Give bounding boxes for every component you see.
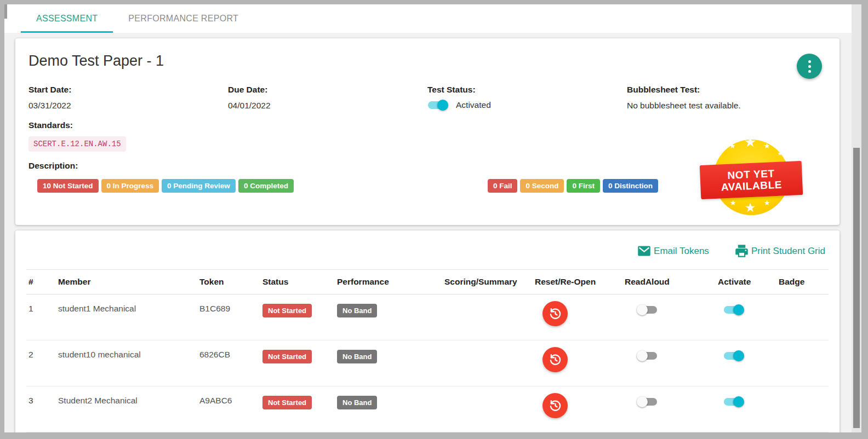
status-badge: Not Started [262,396,312,409]
table-row: 3 Student2 Mechanical A9ABC6 Not Started… [26,386,829,432]
reset-icon [548,307,563,321]
print-student-grid-link[interactable]: Print Student Grid [734,244,825,258]
reset-icon [548,353,563,367]
bubblesheet-value: No bubblesheet test available. [627,101,826,111]
token-value: B1C689 [197,294,260,340]
not-yet-available-stamp: ★ ★ ★ ★ ★ ★ ★ ★ ★ ★ NOT YET AVAILABLE [703,137,800,217]
token-value: 6826CB [197,340,260,386]
due-date-field: Due Date: 04/01/2022 [228,85,427,111]
app-viewport: ASSESSMENT PERFORMANCE REPORT Demo Test … [4,4,852,432]
performance-badge: No Band [337,396,377,409]
summary-badge: 0 Pending Review [162,179,236,193]
summary-badge: 10 Not Started [37,179,99,193]
column-header: Scoring/Summary [442,270,533,294]
star-icon: ★ [764,142,770,149]
toggle-thumb [733,350,744,361]
table-header-row: #MemberTokenStatusPerformanceScoring/Sum… [26,270,829,294]
star-icon: ★ [744,135,756,149]
table-row: 2 student10 mechanical 6826CB Not Starte… [26,340,829,386]
toggle-thumb [637,350,648,361]
performance-badge: No Band [337,304,377,317]
tab-performance-report[interactable]: PERFORMANCE REPORT [113,4,254,33]
member-name: student10 mechanical [56,340,197,386]
member-name: student1 Mechanical [56,294,197,340]
start-date-label: Start Date: [28,85,228,95]
reset-reopen-button[interactable] [542,393,568,418]
star-icon: ★ [729,142,736,149]
member-name: Student2 Mechanical [56,386,197,432]
reset-reopen-button[interactable] [542,301,568,326]
due-date-label: Due Date: [228,85,427,95]
grid-actions: Email Tokens Print Student Grid [26,238,829,269]
student-table: #MemberTokenStatusPerformanceScoring/Sum… [26,269,829,432]
print-student-grid-label: Print Student Grid [751,246,825,257]
summary-badge: 0 In Progress [101,179,159,193]
summary-badge: 0 First [567,179,600,193]
grade-badge-group: 0 Fail0 Second0 First0 Distinction [488,179,661,193]
scoring-summary-cell [442,386,533,432]
kebab-menu-icon [808,60,811,73]
star-icon: ★ [730,199,736,206]
bubblesheet-label: Bubblesheet Test: [627,85,826,95]
email-icon [637,244,652,258]
column-header: Badge [776,270,829,294]
column-header: Reset/Re-Open [533,270,623,294]
stamp-line-2: AVAILABLE [721,179,782,193]
reset-icon [548,398,563,413]
column-header: Token [197,270,260,294]
tab-assessment[interactable]: ASSESSMENT [21,4,113,33]
activate-toggle[interactable] [723,396,744,407]
table-row: 1 student1 Mechanical B1C689 Not Started… [26,294,829,340]
toggle-thumb [733,396,744,407]
column-header: Activate [716,270,776,294]
assessment-fields: Start Date: 03/31/2022 Due Date: 04/01/2… [28,85,826,111]
test-status-label: Test Status: [427,85,627,95]
activate-toggle[interactable] [723,350,744,361]
scoring-summary-cell [442,340,533,386]
row-number: 3 [26,386,56,432]
reset-reopen-button[interactable] [542,347,568,372]
due-date-value: 04/01/2022 [228,101,427,111]
status-badge: Not Started [262,350,312,363]
test-status-value: Activated [456,100,491,110]
star-icon: ★ [745,201,756,214]
vertical-scrollbar-thumb[interactable] [853,148,860,428]
standards-code-chip: SCERT.E.12.EN.AW.15 [28,136,126,152]
readaloud-toggle[interactable] [637,350,658,361]
standards-label: Standards: [28,120,826,130]
scoring-summary-cell [442,294,533,340]
column-header: Member [56,270,197,294]
start-date-value: 03/31/2022 [28,101,228,111]
activate-toggle[interactable] [723,304,744,315]
email-tokens-link[interactable]: Email Tokens [637,244,709,258]
start-date-field: Start Date: 03/31/2022 [28,85,228,111]
column-header: Performance [335,270,442,294]
summary-badge: 0 Fail [488,179,518,193]
readaloud-toggle[interactable] [637,304,658,315]
main-content: Demo Test Paper - 1 Start Date: 03/31/20… [4,33,852,432]
toggle-thumb [637,304,648,315]
student-grid-card: Email Tokens Print Student Grid [15,230,840,432]
column-header: # [26,270,56,294]
email-tokens-label: Email Tokens [654,246,709,257]
page-title: Demo Test Paper - 1 [28,53,826,70]
toggle-thumb [733,304,744,315]
options-menu-button[interactable] [797,54,822,79]
stamp-ribbon: NOT YET AVAILABLE [700,161,803,199]
column-header: Status [260,270,335,294]
row-number: 1 [26,294,56,340]
vertical-scrollbar[interactable] [852,4,861,432]
tab-bar: ASSESSMENT PERFORMANCE REPORT [4,4,852,33]
star-icon: ★ [764,199,770,206]
assessment-info-card: Demo Test Paper - 1 Start Date: 03/31/20… [15,38,840,225]
readaloud-toggle[interactable] [637,396,658,407]
badge-cell [776,340,829,386]
star-icon: ★ [778,151,783,157]
star-icon: ★ [718,151,723,157]
test-status-toggle[interactable] [427,100,448,111]
summary-badge: 0 Distinction [603,179,658,193]
status-badge: Not Started [262,304,312,317]
window-edge-artifact [4,4,7,19]
bubblesheet-field: Bubblesheet Test: No bubblesheet test av… [627,85,826,111]
summary-badge: 0 Completed [238,179,294,193]
